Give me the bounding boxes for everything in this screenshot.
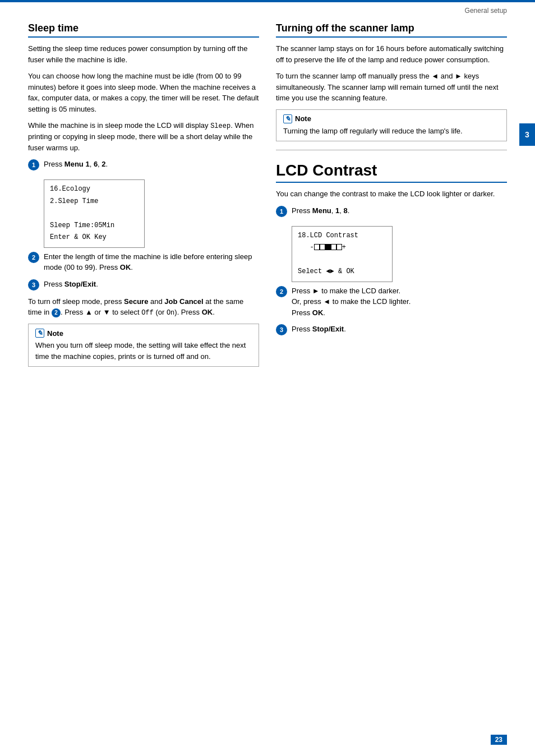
lcd-s3-bold: Stop/Exit: [312, 325, 344, 333]
lcd-s2-b1: ►: [312, 287, 320, 295]
lcd-step1-pre: Press: [292, 206, 312, 215]
sleep-time-para1: Setting the sleep time reduces power con…: [28, 43, 259, 65]
note1-text: When you turn off sleep mode, the settin…: [35, 340, 252, 362]
to-arrow-down: ▼: [103, 308, 110, 316]
to4: . Press: [61, 308, 85, 316]
note2-text: Turning the lamp off regularly will redu…: [283, 126, 500, 137]
lcd1-line4: Sleep Time:05Min: [50, 220, 139, 232]
sleep-time-title: Sleep time: [28, 22, 259, 38]
step3-post: .: [96, 280, 98, 288]
step2-circle: 2: [28, 252, 39, 263]
para3-text1: While the machine is in sleep mode the L…: [28, 121, 210, 130]
lcd2-line1: 18.LCD Contrast: [298, 230, 386, 242]
step1-circle: 1: [28, 159, 39, 170]
to9: .: [213, 308, 215, 316]
lcd2-line3: [298, 254, 386, 266]
step3-circle: 3: [28, 279, 39, 291]
lcd-s2-p3: Press: [292, 308, 312, 317]
lcd-s2-t2: to make the LCD lighter.: [330, 297, 411, 306]
lcd-s2-b2: ◄: [323, 297, 330, 306]
step3-pre: Press: [44, 280, 64, 288]
para3-code: Sleep: [210, 122, 230, 130]
lcd-step1-bold1: Menu: [312, 206, 331, 215]
to7: (or: [154, 308, 167, 316]
lcd-step1-circle: 1: [276, 206, 287, 217]
page-container: General setup 3 Sleep time Setting the s…: [0, 0, 535, 756]
sleep-time-para2: You can choose how long the machine must…: [28, 71, 259, 114]
step2-content: Enter the length of time the machine is …: [44, 251, 259, 273]
to2: and: [148, 297, 164, 306]
to6: to select: [110, 308, 142, 316]
note1-header-text: Note: [47, 329, 63, 338]
step2-text2: .: [131, 263, 133, 271]
right-column: Turning off the scanner lamp The scanner…: [276, 22, 507, 372]
step2-bold: OK: [120, 263, 131, 271]
lcd-s2-t3: .: [323, 308, 325, 317]
lcd-s2-p1: Press: [292, 287, 312, 295]
lcd-step3: 3 Press Stop/Exit.: [276, 324, 507, 335]
lcd1-line2: 2.Sleep Time: [50, 196, 139, 208]
lcd-step2: 2 Press ► to make the LCD darker. Or, pr…: [276, 285, 507, 319]
lcd-s3-post: .: [344, 325, 346, 333]
to-bold2: Job Cancel: [164, 297, 203, 306]
sl-p2-2: and: [439, 72, 455, 80]
lcd-s2-b3: OK: [312, 308, 324, 317]
lcd-step1-bold3: 8: [344, 206, 348, 215]
lcd1-line5: Enter & OK Key: [50, 232, 139, 244]
circle-2-inline: 2: [52, 308, 61, 317]
note-icon-1: ✎: [35, 329, 44, 338]
step1-pre: Press: [44, 160, 64, 168]
lcd-s2-t1: to make the LCD darker.: [320, 287, 401, 295]
step3-bold: Stop/Exit: [64, 280, 96, 288]
note1-header: ✎ Note: [35, 329, 252, 338]
note-icon-2: ✎: [283, 114, 292, 123]
sleep-time-para3: While the machine is in sleep mode the L…: [28, 120, 259, 153]
lcd-contrast-para1: You can change the contrast to make the …: [276, 188, 507, 200]
lcd-step1-mid1: ,: [331, 206, 335, 215]
lcd-step1-mid2: ,: [339, 206, 343, 215]
lcd-step2-circle: 2: [276, 286, 287, 297]
scanner-lamp-para2: To turn the scanner lamp off manually pr…: [276, 71, 507, 104]
main-content: Sleep time Setting the sleep time reduce…: [0, 17, 535, 389]
page-number: 23: [491, 735, 507, 745]
sleep-step3: 3 Press Stop/Exit.: [28, 279, 259, 291]
step3-content: Press Stop/Exit.: [44, 279, 98, 290]
lcd-box-1: 16.Ecology 2.Sleep Time Sleep Time:05Min…: [44, 179, 145, 248]
footer: 23: [491, 735, 507, 745]
to-code1: Off: [141, 309, 154, 317]
lcd2-line2: -+: [298, 242, 386, 254]
lcd-step3-circle: 3: [276, 324, 287, 335]
lcd-step3-content: Press Stop/Exit.: [292, 324, 346, 335]
sleep-step2: 2 Enter the length of time the machine i…: [28, 251, 259, 273]
scanner-lamp-para1: The scanner lamp stays on for 16 hours b…: [276, 43, 507, 65]
to8: ). Press: [174, 308, 201, 316]
sl-left-arrow: ◄: [431, 72, 439, 80]
turn-off-para: To turn off sleep mode, press Secure and…: [28, 296, 259, 319]
lcd-step2-content: Press ► to make the LCD darker. Or, pres…: [292, 285, 411, 319]
sl-right-arrow: ►: [455, 72, 462, 80]
lcd-box-2: 18.LCD Contrast -+ Select ◄► & OK: [292, 226, 393, 282]
chapter-tab: 3: [519, 123, 535, 146]
step1-mid1: ,: [90, 160, 94, 168]
lcd2-line4: Select ◄► & OK: [298, 266, 386, 278]
sl-p2-1: To turn the scanner lamp off manually pr…: [276, 72, 431, 80]
header: General setup: [0, 2, 535, 17]
note-box-2: ✎ Note Turning the lamp off regularly wi…: [276, 109, 507, 142]
lcd-contrast-title: LCD Contrast: [276, 162, 507, 183]
sleep-step1: 1 Press Menu 1, 6, 2.: [28, 159, 259, 170]
step1-bold1: Menu 1: [64, 160, 90, 168]
to-bold3: OK: [202, 308, 213, 316]
lcd-step1-content: Press Menu, 1, 8.: [292, 205, 349, 216]
to-bold1: Secure: [124, 297, 148, 306]
lcd-step1-post: .: [348, 206, 350, 215]
step2-text: Enter the length of time the machine is …: [44, 252, 252, 272]
lcd1-line3: [50, 208, 139, 220]
header-title: General setup: [465, 7, 507, 15]
step1-bold3: 2: [102, 160, 105, 168]
note-box-1: ✎ Note When you turn off sleep mode, the…: [28, 324, 259, 367]
note2-header: ✎ Note: [283, 114, 500, 123]
lcd-step1: 1 Press Menu, 1, 8.: [276, 205, 507, 217]
left-column: Sleep time Setting the sleep time reduce…: [28, 22, 259, 372]
step1-post: .: [106, 160, 108, 168]
note2-header-text: Note: [295, 114, 311, 123]
